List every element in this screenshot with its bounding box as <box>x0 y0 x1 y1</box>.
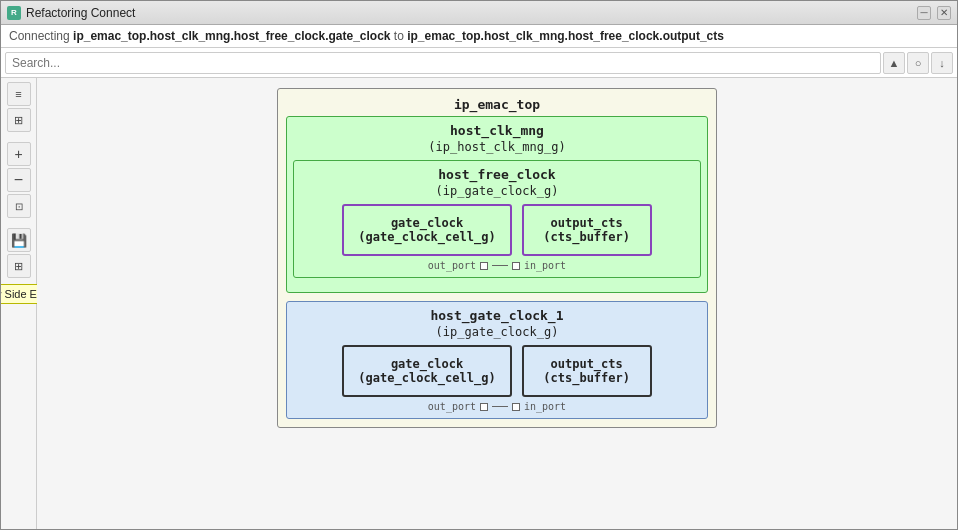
host-clk-mng-box: host_clk_mng (ip_host_clk_mng_g) host_fr… <box>286 116 708 293</box>
gate-clock-subtitle-top: (gate_clock_cell_g) <box>358 230 495 244</box>
connecting-bar: Connecting ip_emac_top.host_clk_mng.host… <box>1 25 957 48</box>
outer-box-title: ip_emac_top <box>286 97 708 112</box>
separator-1 <box>7 134 31 140</box>
port-line-bottom <box>492 406 508 407</box>
host-gate-clock-title: host_gate_clock_1 <box>293 308 701 323</box>
gate-clock-subtitle-bottom: (gate_clock_cell_g) <box>358 371 495 385</box>
port-in-label-top: in_port <box>524 260 566 271</box>
port-in-square-bottom <box>512 403 520 411</box>
outer-diagram-box: ip_emac_top host_clk_mng (ip_host_clk_mn… <box>277 88 717 428</box>
port-line-top <box>492 265 508 266</box>
host-gate-clock-subtitle: (ip_gate_clock_g) <box>293 325 701 339</box>
connecting-source: ip_emac_top.host_clk_mng.host_free_clock… <box>73 29 390 43</box>
main-window: R Refactoring Connect ─ ✕ Connecting ip_… <box>0 0 958 530</box>
output-cts-subtitle-bottom: (cts_buffer) <box>538 371 636 385</box>
layout-button[interactable]: ⊞ <box>7 254 31 278</box>
output-cts-box-bottom: output_cts (cts_buffer) <box>522 345 652 397</box>
minimize-button[interactable]: ─ <box>917 6 931 20</box>
port-out-label-top: out_port <box>428 260 476 271</box>
gate-clock-box-bottom: gate_clock (gate_clock_cell_g) <box>342 345 511 397</box>
gate-clock-box-top: gate_clock (gate_clock_cell_g) <box>342 204 511 256</box>
host-free-clock-subtitle: (ip_gate_clock_g) <box>300 184 694 198</box>
connecting-prefix: Connecting <box>9 29 73 43</box>
save-button[interactable]: 💾 <box>7 228 31 252</box>
gate-clock-title-bottom: gate_clock <box>358 357 495 371</box>
output-cts-title-bottom: output_cts <box>538 357 636 371</box>
list-view-button[interactable]: ≡ <box>7 82 31 106</box>
port-in-label-bottom: in_port <box>524 401 566 412</box>
connecting-target: ip_emac_top.host_clk_mng.host_free_clock… <box>407 29 724 43</box>
host-clk-mng-title: host_clk_mng <box>293 123 701 138</box>
inner-boxes-row: gate_clock (gate_clock_cell_g) output_ct… <box>300 204 694 256</box>
port-row-bottom: out_port in_port <box>293 401 701 412</box>
port-row-top: out_port in_port <box>300 260 694 271</box>
host-free-clock-title: host_free_clock <box>300 167 694 182</box>
inner-boxes-row-bottom: gate_clock (gate_clock_cell_g) output_ct… <box>293 345 701 397</box>
zoom-in-button[interactable]: + <box>7 142 31 166</box>
search-input[interactable] <box>5 52 881 74</box>
port-out-label-bottom: out_port <box>428 401 476 412</box>
port-out-square-bottom <box>480 403 488 411</box>
main-area: ≡ ⊞ + − ⊡ 💾 ⊞ Show Side Effects ip_emac_… <box>1 78 957 529</box>
toolbar-btn-circle[interactable]: ○ <box>907 52 929 74</box>
canvas-area: ip_emac_top host_clk_mng (ip_host_clk_mn… <box>37 78 957 529</box>
host-free-clock-box: host_free_clock (ip_gate_clock_g) gate_c… <box>293 160 701 278</box>
output-cts-title-top: output_cts <box>538 216 636 230</box>
window-icon: R <box>7 6 21 20</box>
gate-clock-title-top: gate_clock <box>358 216 495 230</box>
grid-view-button[interactable]: ⊞ <box>7 108 31 132</box>
output-cts-subtitle-top: (cts_buffer) <box>538 230 636 244</box>
search-toolbar: ▲ ○ ↓ <box>1 48 957 78</box>
title-bar: R Refactoring Connect ─ ✕ <box>1 1 957 25</box>
close-button[interactable]: ✕ <box>937 6 951 20</box>
toolbar-btn-down[interactable]: ↓ <box>931 52 953 74</box>
port-in-square-top <box>512 262 520 270</box>
port-out-square-top <box>480 262 488 270</box>
toolbar-btn-up[interactable]: ▲ <box>883 52 905 74</box>
connecting-to: to <box>391 29 408 43</box>
left-toolbar: ≡ ⊞ + − ⊡ 💾 ⊞ Show Side Effects <box>1 78 37 529</box>
window-title: Refactoring Connect <box>26 6 917 20</box>
zoom-out-button[interactable]: − <box>7 168 31 192</box>
separator-2 <box>7 220 31 226</box>
window-controls: ─ ✕ <box>917 6 951 20</box>
host-clk-mng-subtitle: (ip_host_clk_mng_g) <box>293 140 701 154</box>
output-cts-box-top: output_cts (cts_buffer) <box>522 204 652 256</box>
fit-button[interactable]: ⊡ <box>7 194 31 218</box>
host-gate-clock-box: host_gate_clock_1 (ip_gate_clock_g) gate… <box>286 301 708 419</box>
